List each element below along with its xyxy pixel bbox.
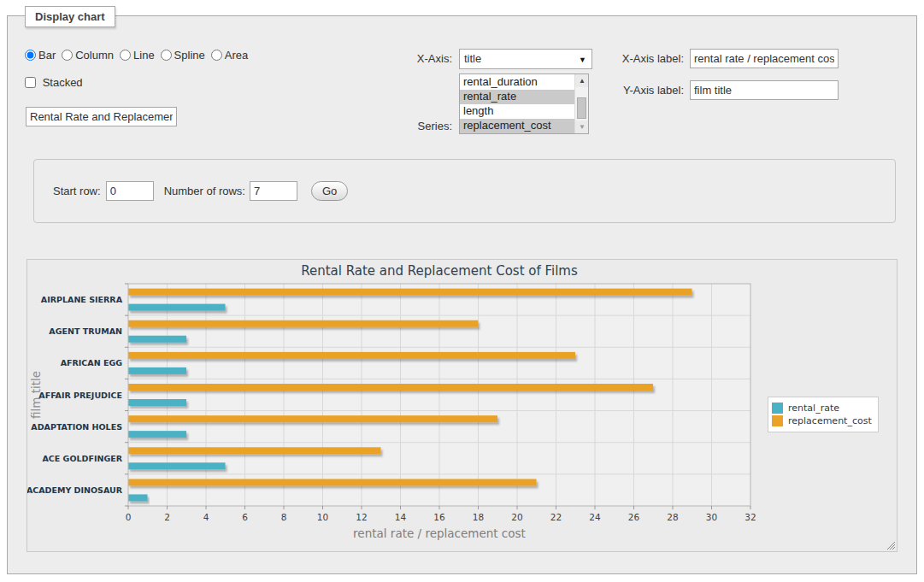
row-range-fieldset: Start row: Number of rows: Go [33,159,896,223]
chart-type-radio-area[interactable] [211,50,222,61]
svg-text:ACE GOLDFINGER: ACE GOLDFINGER [42,454,122,463]
svg-text:22: 22 [550,512,562,522]
series-list-label: Series: [403,120,452,132]
chart-type-radio-line[interactable] [120,50,131,61]
num-rows-input[interactable] [250,181,297,201]
svg-text:ACADEMY DINOSAUR: ACADEMY DINOSAUR [27,485,123,495]
svg-text:2: 2 [164,512,170,522]
chart-type-label: Spline [174,49,205,62]
stacked-checkbox-row[interactable]: Stacked [25,76,83,89]
series-option-rental_duration[interactable]: rental_duration [460,75,574,90]
num-rows-label: Number of rows: [164,185,245,197]
resize-grip-icon[interactable] [886,540,896,550]
chart-legend: rental_ratereplacement_cost [768,397,879,432]
chart-type-label: Area [225,49,248,62]
svg-text:6: 6 [242,512,248,522]
svg-text:28: 28 [667,512,678,522]
chart-type-label: Line [133,49,155,62]
chart-type-option-column[interactable]: Column [62,49,114,62]
chart-y-axis-label: film title [29,371,43,419]
chart-type-option-bar[interactable]: Bar [25,49,56,62]
start-row-input[interactable] [106,181,154,201]
go-button[interactable]: Go [311,181,348,201]
svg-text:8: 8 [281,512,287,522]
svg-text:24: 24 [589,512,601,522]
y-axis-label-field-label: Y-Axis label: [610,84,684,97]
svg-text:10: 10 [317,512,328,522]
legend-label: replacement_cost [788,415,872,426]
svg-text:18: 18 [473,512,484,522]
chart-title: Rental Rate and Replacement Cost of Film… [128,263,750,279]
legend-swatch [772,403,783,414]
svg-text:AFFAIR PREJUDICE: AFFAIR PREJUDICE [38,391,122,400]
svg-text:4: 4 [203,512,209,522]
chart-type-label: Bar [38,49,56,62]
legend-swatch [772,415,783,426]
chart-type-radio-bar[interactable] [25,50,36,61]
x-axis-selected-value: title [464,52,481,65]
x-axis-label-field-label: X-Axis label: [610,52,684,65]
x-axis-label-input[interactable] [690,49,839,68]
svg-text:32: 32 [744,512,756,522]
chart-type-radio-spline[interactable] [161,50,172,61]
series-options: rental_durationrental_ratelengthreplacem… [460,75,574,133]
legend-item-replacement_cost: replacement_cost [772,415,872,426]
chart-type-radio-group: BarColumnLineSplineArea [25,49,254,62]
legend-item-rental_rate: rental_rate [772,403,872,414]
scroll-up-icon[interactable]: ▲ [575,74,589,87]
svg-text:26: 26 [628,512,640,522]
page: Display chart BarColumnLineSplineArea St… [0,0,924,582]
display-chart-fieldset: Display chart BarColumnLineSplineArea St… [7,15,917,574]
chart-x-axis-label: rental rate / replacement cost [128,526,750,540]
svg-text:0: 0 [126,512,132,522]
svg-text:AGENT TRUMAN: AGENT TRUMAN [49,326,122,336]
svg-text:AIRPLANE SIERRA: AIRPLANE SIERRA [41,295,123,304]
chart-title-input[interactable] [26,107,177,126]
fieldset-legend: Display chart [25,6,115,27]
series-scrollbar[interactable]: ▲ ▼ [574,74,588,133]
series-option-length[interactable]: length [460,104,574,119]
legend-label: rental_rate [788,403,839,414]
chart-type-option-line[interactable]: Line [120,49,155,62]
x-axis-select[interactable]: title ▼ [459,49,592,69]
svg-text:14: 14 [395,512,407,522]
dropdown-arrow-icon: ▼ [579,50,586,70]
chart-type-radio-column[interactable] [62,50,73,61]
svg-text:16: 16 [433,512,445,522]
series-option-replacement_cost[interactable]: replacement_cost [460,119,574,133]
y-axis-label-input[interactable] [690,80,839,100]
chart-type-label: Column [75,49,114,62]
start-row-label: Start row: [53,185,101,197]
stacked-checkbox[interactable] [25,77,36,88]
svg-text:30: 30 [706,512,717,522]
scroll-down-icon[interactable]: ▼ [575,121,589,133]
chart-area: 02468101214161820222426283032AIRPLANE SI… [26,259,898,552]
series-listbox[interactable]: rental_durationrental_ratelengthreplacem… [459,73,589,134]
svg-text:ADAPTATION HOLES: ADAPTATION HOLES [31,422,122,432]
svg-text:20: 20 [511,512,522,522]
x-axis-select-label: X-Axis: [399,52,452,65]
chart-type-option-area[interactable]: Area [211,49,248,62]
bar-chart-svg: 02468101214161820222426283032AIRPLANE SI… [27,260,897,551]
svg-text:AFRICAN EGG: AFRICAN EGG [61,358,123,367]
scrollbar-thumb[interactable] [577,97,586,119]
chart-type-option-spline[interactable]: Spline [161,49,205,62]
stacked-label: Stacked [43,76,83,89]
svg-text:12: 12 [356,512,367,522]
series-option-rental_rate[interactable]: rental_rate [460,90,574,104]
